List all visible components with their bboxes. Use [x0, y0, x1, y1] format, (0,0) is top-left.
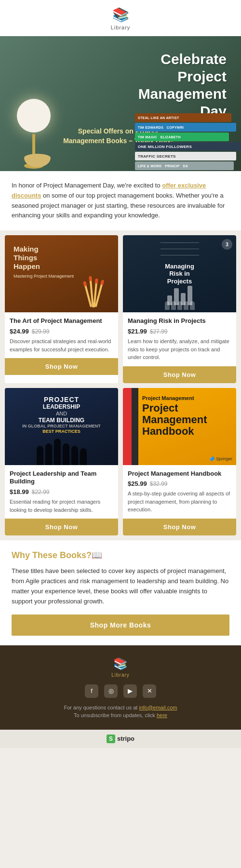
- price-new-4: $25.99: [128, 480, 147, 487]
- book-card-4: Project Management ProjectManagementHand…: [123, 388, 236, 536]
- book-info-1: The Art of Project Management $24.99 $29…: [5, 312, 118, 358]
- book-cover-4: Project Management ProjectManagementHand…: [123, 388, 236, 465]
- contact-email[interactable]: info@email.com: [139, 705, 177, 710]
- price-new-2: $21.99: [128, 328, 147, 335]
- footer-logo-text: Library: [10, 672, 231, 678]
- price-new-1: $24.99: [10, 328, 29, 335]
- grid-h3: [161, 255, 199, 255]
- email-header: 📚 Library: [0, 0, 241, 36]
- silhouette: [54, 439, 61, 465]
- footer-logo-icon: 📚: [10, 657, 231, 670]
- contact-text: For any questions contact us at: [64, 705, 139, 710]
- price-row-1: $24.99 $29.99: [10, 328, 113, 335]
- social-icons-row: f ◎ ▶ ✕: [10, 684, 231, 698]
- person-icon: [165, 301, 170, 310]
- book-title-1: The Art of Project Management: [10, 317, 113, 325]
- book-badge: 3: [222, 239, 232, 250]
- book-row: ONE MILLION FOLLOWERS: [135, 142, 241, 151]
- book-title-3: Project Leadership and Team Building: [10, 470, 113, 486]
- shop-button-2[interactable]: Shop Now: [123, 366, 236, 383]
- book-info-4: Project Management Handbook $25.99 $32.9…: [123, 465, 236, 519]
- hero-books-decoration: STEAL LIKE AN ARTIST TIM EDWARDS COPYWRI…: [135, 113, 241, 171]
- grid-h2: [161, 249, 199, 249]
- silhouette: [37, 446, 43, 465]
- facebook-icon[interactable]: f: [85, 684, 98, 698]
- price-row-3: $18.99 $22.99: [10, 488, 113, 495]
- email-footer: 📚 Library f ◎ ▶ ✕ For any questions cont…: [0, 645, 241, 730]
- why-title: Why These Books?📖: [12, 550, 229, 561]
- book-desc-3: Essential reading for project managers l…: [10, 498, 113, 519]
- book-info-2: Managing Risk in Projects $21.99 $27.99 …: [123, 312, 236, 366]
- hero-title: CelebrateProjectManagementDay: [138, 51, 227, 120]
- silhouette: [71, 446, 78, 465]
- match-head: [89, 276, 92, 281]
- book-desc-1: Discover practical strategies and real-w…: [10, 337, 113, 358]
- silhouette: [63, 443, 69, 465]
- person-icon: [190, 301, 195, 310]
- price-old-1: $29.99: [32, 328, 50, 335]
- book-card-2: 3 ManagingRisk inProjects: [123, 235, 236, 383]
- stripo-bar: S stripo: [0, 730, 241, 748]
- matches-visual: [87, 269, 116, 307]
- book-cover-1: MakingThingsHappenMastering Project Mana…: [5, 235, 118, 312]
- person-icon: [177, 301, 182, 310]
- match-head: [95, 279, 98, 283]
- book-desc-4: A step-by-step guide covering all aspect…: [128, 490, 231, 519]
- springer-logo: 🔷 Springer: [209, 456, 232, 461]
- book-cover-2: 3 ManagingRisk inProjects: [123, 235, 236, 312]
- price-old-3: $22.99: [32, 489, 50, 495]
- footer-unsub: To unsubscribe from updates, click here: [10, 712, 231, 718]
- book-row: TIM EDWARDS COPYWRI: [135, 123, 236, 132]
- header-logo-icon: 📚: [0, 7, 241, 23]
- book-cover-3: PROJECT LEADERSHIP AND TEAM BUILDING IN …: [5, 388, 118, 465]
- person-icon: [171, 301, 176, 310]
- intro-section: In honor of Project Management Day, we'r…: [0, 171, 241, 230]
- intro-text-before: In honor of Project Management Day, we'r…: [12, 182, 162, 189]
- silhouette: [45, 443, 52, 465]
- intro-text-after: on some of our top project management bo…: [12, 192, 225, 219]
- silhouettes-visual: [5, 436, 118, 465]
- unsub-link[interactable]: here: [157, 712, 167, 718]
- stripo-logo: S stripo: [107, 734, 134, 743]
- shop-button-4[interactable]: Shop Now: [123, 519, 236, 535]
- shop-more-button[interactable]: Shop More Books: [12, 614, 229, 636]
- stripo-text: stripo: [117, 735, 134, 742]
- shop-button-1[interactable]: Shop Now: [5, 358, 118, 375]
- stripo-s-icon: S: [107, 734, 115, 743]
- book-row: STEAL LIKE AN ARTIST: [135, 113, 231, 122]
- person-icon: [184, 301, 188, 310]
- why-text: These titles have been selected to cover…: [12, 566, 229, 606]
- price-row-2: $21.99 $27.99: [128, 328, 231, 335]
- books-grid: MakingThingsHappenMastering Project Mana…: [0, 230, 241, 540]
- youtube-icon[interactable]: ▶: [123, 684, 137, 698]
- price-old-4: $32.99: [150, 481, 168, 487]
- grid-visual: [161, 242, 199, 271]
- match-head: [83, 281, 87, 286]
- header-logo-text: Library: [111, 25, 131, 30]
- book-cover-title-4: Project Management ProjectManagementHand…: [142, 395, 211, 438]
- book-desc-2: Learn how to identify, analyze, and miti…: [128, 337, 231, 366]
- silhouette: [80, 448, 87, 465]
- book-title-4: Project Management Handbook: [128, 470, 231, 478]
- book-cover-title-3: PROJECT LEADERSHIP AND TEAM BUILDING IN …: [5, 392, 118, 438]
- instagram-icon[interactable]: ◎: [104, 684, 118, 698]
- price-new-3: $18.99: [10, 488, 29, 495]
- book-row: LIFE & WORK PRINCIP DA: [135, 161, 234, 170]
- people-visual: [123, 301, 236, 310]
- hero-banner: CelebrateProjectManagementDay Special Of…: [0, 36, 241, 171]
- shop-button-3[interactable]: Shop Now: [5, 519, 118, 535]
- book-cover-title-1: MakingThingsHappenMastering Project Mana…: [9, 240, 79, 284]
- price-old-2: $27.99: [150, 328, 168, 335]
- book-stack: STEAL LIKE AN ARTIST TIM EDWARDS COPYWRI…: [135, 113, 241, 171]
- book-row: TRAFFIC SECRETS: [135, 152, 236, 160]
- book-card-3: PROJECT LEADERSHIP AND TEAM BUILDING IN …: [5, 388, 118, 536]
- why-section: Why These Books?📖 These titles have been…: [0, 540, 241, 645]
- lamp-shade: [17, 99, 51, 133]
- book-title-2: Managing Risk in Projects: [128, 317, 231, 325]
- grid-h1: [161, 242, 199, 243]
- cover-strip-red: [123, 388, 132, 465]
- book-row: TIM MAGIC ELIZABETH: [135, 133, 229, 141]
- twitter-icon[interactable]: ✕: [143, 684, 156, 698]
- book-info-3: Project Leadership and Team Building $18…: [5, 465, 118, 519]
- unsub-text: To unsubscribe from updates, click: [74, 712, 157, 718]
